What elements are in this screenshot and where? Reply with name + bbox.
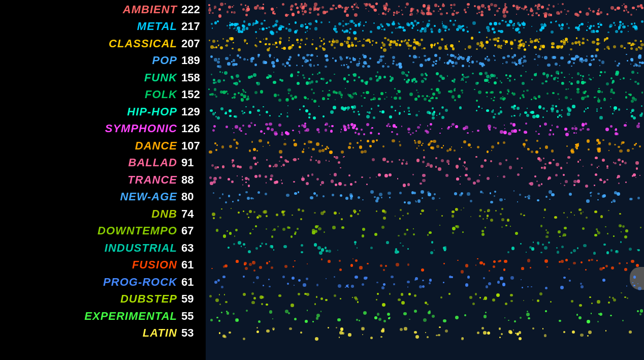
dot: [277, 226, 279, 227]
dot: [567, 41, 568, 43]
dot: [544, 123, 547, 126]
dot: [444, 29, 446, 32]
dot: [439, 225, 440, 226]
dot: [627, 11, 629, 13]
legend-row-dance[interactable]: DANCE107: [0, 137, 206, 155]
dot: [407, 183, 410, 186]
dot: [252, 261, 255, 264]
dot: [247, 6, 249, 7]
dot: [347, 44, 351, 48]
legend-row-trance[interactable]: TRANCE88: [0, 171, 206, 189]
dot: [634, 44, 636, 45]
dot: [274, 164, 278, 167]
dot: [229, 27, 231, 28]
legend-row-fusion[interactable]: FUSION61: [0, 257, 206, 274]
dot: [376, 197, 379, 200]
dot: [347, 127, 350, 130]
dot: [386, 241, 389, 244]
dot: [450, 4, 452, 6]
dot: [444, 62, 445, 64]
dot: [441, 128, 442, 129]
dot: [316, 284, 319, 286]
dot: [352, 9, 354, 10]
dot: [610, 98, 611, 99]
dot: [438, 334, 440, 337]
dot: [568, 268, 570, 270]
legend-row-prog-rock[interactable]: PROG-ROCK61: [0, 274, 206, 291]
legend-row-metal[interactable]: METAL217: [0, 18, 206, 36]
dot: [505, 21, 507, 23]
dot: [355, 132, 357, 134]
dot: [622, 160, 624, 163]
dot: [518, 31, 521, 34]
legend-row-ambient[interactable]: AMBIENT222: [0, 1, 206, 18]
dot: [475, 82, 478, 85]
dot: [388, 192, 391, 195]
legend-row-funk[interactable]: FUNK158: [0, 69, 206, 86]
dot: [599, 75, 601, 76]
legend-row-dnb[interactable]: DNB74: [0, 205, 206, 223]
dot: [629, 331, 632, 334]
dot: [228, 247, 229, 248]
legend-row-ballad[interactable]: BALLAD91: [0, 155, 206, 172]
dot: [249, 149, 251, 152]
legend-row-symphonic[interactable]: SYMPHONIC126: [0, 121, 206, 138]
dot: [467, 7, 469, 8]
legend-row-industrial[interactable]: INDUSTRIAL63: [0, 239, 206, 257]
dot: [557, 251, 559, 253]
dot: [261, 22, 263, 25]
dot: [359, 210, 361, 212]
dot: [429, 279, 432, 282]
legend-row-classical[interactable]: CLASSICAL207: [0, 35, 206, 52]
dot: [397, 178, 399, 179]
dot: [544, 334, 547, 337]
dot: [561, 23, 564, 26]
legend-row-folk[interactable]: FOLK152: [0, 86, 206, 104]
dot: [602, 159, 605, 162]
dot: [586, 55, 588, 57]
dot: [257, 109, 260, 112]
dot: [344, 41, 346, 42]
dot: [579, 44, 581, 46]
dot: [350, 215, 352, 217]
dot: [225, 57, 229, 61]
dot: [326, 278, 327, 279]
dot: [281, 48, 282, 49]
dot: [531, 14, 533, 16]
dot: [445, 329, 448, 333]
genre-label: TRANCE: [127, 173, 177, 187]
dot: [354, 37, 357, 40]
genre-count: 74: [181, 207, 202, 221]
legend-row-experimental[interactable]: EXPERIMENTAL55: [0, 308, 206, 325]
legend-row-latin[interactable]: LATIN53: [0, 325, 206, 342]
dot: [264, 12, 266, 14]
dot: [494, 59, 496, 61]
legend-row-pop[interactable]: POP189: [0, 52, 206, 70]
dot: [211, 93, 213, 96]
dot: [618, 183, 620, 184]
dot: [535, 151, 538, 154]
dot: [326, 146, 328, 147]
dot: [551, 107, 554, 110]
dot: [277, 94, 279, 96]
dot: [526, 114, 529, 117]
dot: [637, 72, 638, 74]
dot: [340, 167, 341, 169]
dot: [415, 130, 417, 132]
dot: [630, 14, 632, 16]
legend-row-hip-hop[interactable]: HIP-HOP129: [0, 103, 206, 121]
dot: [511, 106, 513, 108]
dot: [465, 283, 468, 286]
dot: [467, 31, 469, 33]
dot: [637, 82, 639, 85]
dot: [430, 140, 432, 142]
legend-row-dubstep[interactable]: DUBSTEP59: [0, 291, 206, 308]
legend-row-new-age[interactable]: NEW-AGE80: [0, 189, 206, 206]
dot: [458, 54, 459, 55]
dot: [316, 21, 318, 23]
dot: [606, 13, 609, 16]
dot: [233, 42, 234, 43]
legend-row-downtempo[interactable]: DOWNTEMPO67: [0, 223, 206, 240]
dot: [467, 56, 470, 59]
dot: [548, 4, 550, 6]
